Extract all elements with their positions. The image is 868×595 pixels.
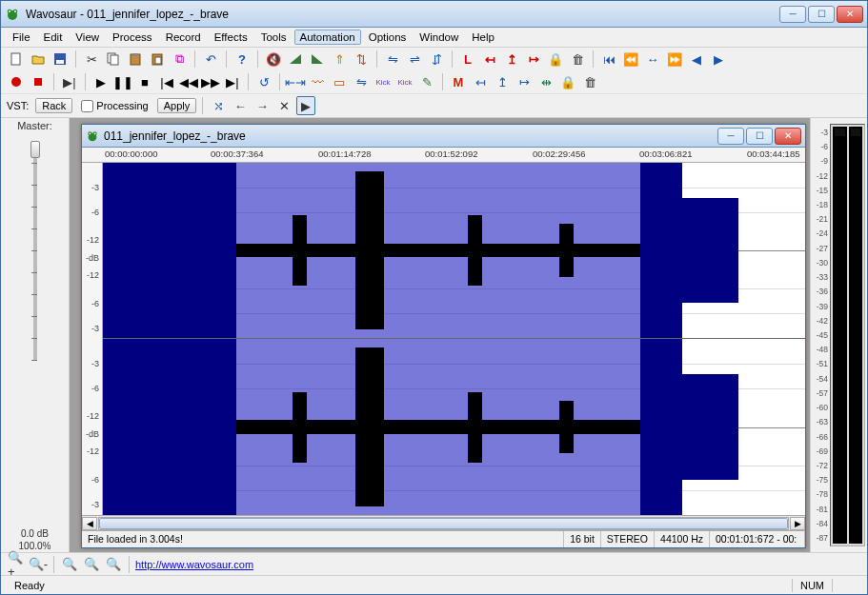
zoom-in-icon[interactable]: 🔍+ xyxy=(7,555,26,574)
menu-edit[interactable]: Edit xyxy=(38,30,69,45)
skip-start-icon[interactable]: ⏮ xyxy=(599,50,618,69)
center-sel-icon[interactable]: ↔ xyxy=(643,50,662,69)
master-slider-thumb[interactable] xyxy=(30,141,40,158)
sel-reverse-icon[interactable]: ⇋ xyxy=(383,50,402,69)
vst-apply-button[interactable]: Apply xyxy=(157,98,197,113)
close-button[interactable]: ✕ xyxy=(837,6,863,23)
delete-marker-icon[interactable]: 🗑 xyxy=(568,50,587,69)
slice-icon[interactable]: ✎ xyxy=(417,72,436,91)
menu-view[interactable]: View xyxy=(70,30,105,45)
sel-chan-icon[interactable]: ⇵ xyxy=(427,50,446,69)
rewind-icon[interactable]: ◀◀ xyxy=(179,72,198,91)
tool-b-icon[interactable]: 〰 xyxy=(308,72,327,91)
menu-effects[interactable]: Effects xyxy=(209,30,253,45)
marker-up-icon[interactable]: ↥ xyxy=(502,50,521,69)
m-icon[interactable]: M xyxy=(449,72,468,91)
menu-file[interactable]: File xyxy=(7,30,36,45)
m-lock-icon[interactable]: 🔒 xyxy=(558,72,577,91)
paste-icon[interactable] xyxy=(126,50,145,69)
menu-tools[interactable]: Tools xyxy=(255,30,293,45)
vst-rack-button[interactable]: Rack xyxy=(35,98,72,113)
help-icon[interactable]: ? xyxy=(232,50,252,69)
paste-special-icon[interactable] xyxy=(148,50,167,69)
kick-b-icon[interactable]: Kick xyxy=(395,72,414,91)
doc-titlebar[interactable]: 011_jennifer_lopez_-_brave ─ ☐ ✕ xyxy=(82,125,805,148)
menu-window[interactable]: Window xyxy=(414,30,464,45)
tool-c-icon[interactable]: ▭ xyxy=(330,72,349,91)
waveform-view[interactable]: -3 -6 -12 -dB -12 -6 -3 -3 -6 -12 -dB -1… xyxy=(82,163,805,515)
marker-set-icon[interactable]: L xyxy=(458,50,477,69)
fade-out-icon[interactable] xyxy=(308,50,327,69)
zoom-sel-icon[interactable]: 🔍 xyxy=(60,555,79,574)
record-stop-icon[interactable] xyxy=(29,72,48,91)
normalize-icon[interactable]: ⇑ xyxy=(330,50,349,69)
pause-icon[interactable]: ❚❚ xyxy=(113,72,132,91)
m-delete-icon[interactable]: 🗑 xyxy=(580,72,599,91)
menu-help[interactable]: Help xyxy=(466,30,500,45)
doc-maximize-button[interactable]: ☐ xyxy=(746,128,773,145)
zoom-full-icon[interactable]: 🔍 xyxy=(104,555,123,574)
menu-automation[interactable]: Automation xyxy=(294,30,361,45)
mute-icon[interactable]: 🔇 xyxy=(264,50,283,69)
cut-icon[interactable]: ✂ xyxy=(82,50,101,69)
stop-icon[interactable]: ■ xyxy=(135,72,154,91)
maximize-button[interactable]: ☐ xyxy=(808,6,835,23)
save-file-icon[interactable] xyxy=(50,50,70,69)
doc-minimize-button[interactable]: ─ xyxy=(717,128,744,145)
rewind-start-icon[interactable]: |◀ xyxy=(157,72,176,91)
svg-point-20 xyxy=(94,132,96,134)
route-play-icon[interactable]: ▶ xyxy=(296,96,315,115)
m-left-icon[interactable]: ↤ xyxy=(471,72,490,91)
play-out-icon[interactable]: ◀ xyxy=(687,50,706,69)
waveform-channel-right[interactable] xyxy=(103,339,805,515)
forward-end-icon[interactable]: ▶| xyxy=(223,72,242,91)
menu-record[interactable]: Record xyxy=(160,30,207,45)
scroll-left-button[interactable]: ◀ xyxy=(82,517,97,530)
crop-icon[interactable]: ⧉ xyxy=(170,50,189,69)
marker-left-icon[interactable]: ↤ xyxy=(480,50,499,69)
tool-d-icon[interactable]: ⇋ xyxy=(352,72,371,91)
skip-next-icon[interactable]: ⏩ xyxy=(665,50,684,69)
scroll-right-button[interactable]: ▶ xyxy=(790,517,805,530)
doc-close-button[interactable]: ✕ xyxy=(775,128,801,145)
vst-processing-checkbox[interactable]: Processing xyxy=(81,100,148,112)
undo-icon[interactable]: ↶ xyxy=(201,50,220,69)
zoom-all-icon[interactable]: 🔍 xyxy=(82,555,101,574)
route-a-icon[interactable]: ⤭ xyxy=(209,96,228,115)
sel-swap-icon[interactable]: ⇌ xyxy=(405,50,424,69)
waveform-channel-left[interactable] xyxy=(103,163,805,339)
play-in-icon[interactable]: ▶ xyxy=(709,50,728,69)
menu-process[interactable]: Process xyxy=(107,30,158,45)
marker-right-icon[interactable]: ↦ xyxy=(524,50,543,69)
website-link[interactable]: http://www.wavosaur.com xyxy=(135,559,253,570)
lock-icon[interactable]: 🔒 xyxy=(546,50,565,69)
new-file-icon[interactable] xyxy=(7,50,26,69)
menubar: File Edit View Process Record Effects To… xyxy=(1,28,867,48)
scroll-thumb[interactable] xyxy=(99,518,788,529)
titlebar[interactable]: Wavosaur - 011_jennifer_lopez_-_brave ─ … xyxy=(1,1,867,28)
horizontal-scrollbar[interactable]: ◀ ▶ xyxy=(82,515,805,530)
menu-options[interactable]: Options xyxy=(363,30,413,45)
minimize-button[interactable]: ─ xyxy=(779,6,806,23)
open-file-icon[interactable] xyxy=(29,50,48,69)
zoom-out-icon[interactable]: 🔍- xyxy=(29,555,48,574)
m-up-icon[interactable]: ↥ xyxy=(493,72,512,91)
route-left-icon[interactable]: ← xyxy=(231,96,250,115)
route-del-icon[interactable]: ✕ xyxy=(274,96,293,115)
tool-a-icon[interactable]: ⇤⇥ xyxy=(286,72,305,91)
m-center-icon[interactable]: ⇹ xyxy=(536,72,555,91)
kick-a-icon[interactable]: Kick xyxy=(373,72,393,91)
route-right-icon[interactable]: → xyxy=(252,96,272,115)
play-icon[interactable]: ▶ xyxy=(91,72,111,91)
play-loop-icon[interactable]: ▶| xyxy=(60,72,79,91)
forward-icon[interactable]: ▶▶ xyxy=(201,72,220,91)
copy-icon[interactable] xyxy=(104,50,123,69)
skip-prev-icon[interactable]: ⏪ xyxy=(621,50,640,69)
fade-in-icon[interactable] xyxy=(286,50,305,69)
m-right-icon[interactable]: ↦ xyxy=(515,72,534,91)
timeline-ruler[interactable]: 00:00:00:000 00:00:37:364 00:01:14:728 0… xyxy=(82,148,805,163)
master-volume-slider[interactable] xyxy=(1,135,69,524)
record-icon[interactable] xyxy=(7,72,26,91)
repeat-icon[interactable]: ↺ xyxy=(254,72,273,91)
invert-icon[interactable]: ⇅ xyxy=(352,50,371,69)
